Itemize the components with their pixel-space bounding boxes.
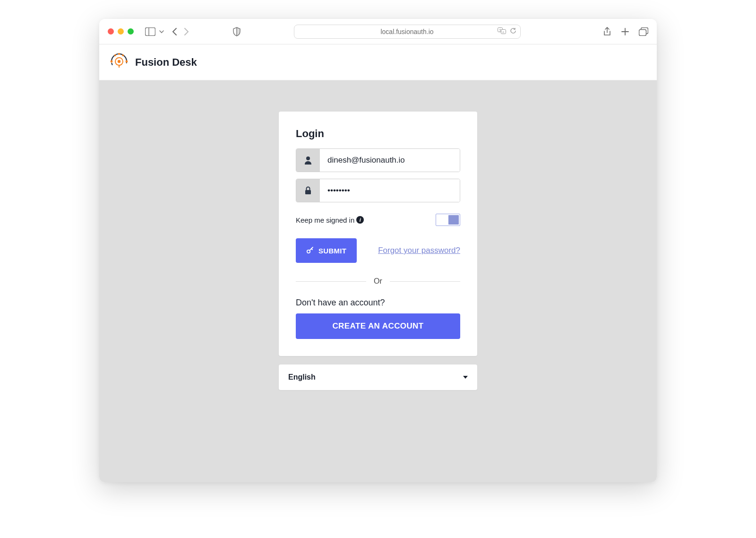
svg-point-11 — [122, 54, 124, 56]
brand-logo-icon — [109, 51, 129, 74]
svg-text:文: 文 — [499, 28, 502, 32]
lock-icon — [296, 179, 320, 202]
password-input[interactable] — [320, 179, 460, 202]
svg-point-13 — [118, 60, 120, 62]
toggle-knob — [448, 215, 459, 225]
share-icon[interactable] — [603, 27, 611, 36]
password-field-wrapper — [296, 179, 460, 202]
svg-point-8 — [111, 60, 113, 62]
svg-rect-7 — [639, 29, 646, 35]
reload-icon[interactable] — [510, 27, 516, 35]
privacy-shield-icon[interactable] — [232, 27, 241, 36]
keep-signed-in-toggle[interactable] — [436, 214, 460, 226]
svg-point-9 — [126, 60, 128, 62]
or-label: Or — [374, 277, 382, 286]
back-button[interactable] — [172, 27, 178, 36]
email-field-wrapper — [296, 148, 460, 172]
close-window-button[interactable] — [108, 28, 114, 35]
login-title: Login — [296, 128, 460, 140]
user-icon — [296, 149, 320, 172]
create-account-button[interactable]: CREATE AN ACCOUNT — [296, 313, 460, 339]
svg-text:A: A — [502, 31, 504, 34]
email-input[interactable] — [320, 149, 460, 172]
svg-point-15 — [306, 156, 310, 160]
divider-line-left — [296, 281, 366, 282]
maximize-window-button[interactable] — [128, 28, 134, 35]
address-bar[interactable]: local.fusionauth.io 文A — [294, 25, 521, 39]
minimize-window-button[interactable] — [118, 28, 124, 35]
forward-button[interactable] — [183, 27, 189, 36]
browser-window: local.fusionauth.io 文A — [99, 19, 657, 482]
or-divider: Or — [296, 277, 460, 286]
submit-label: SUBMIT — [318, 247, 346, 255]
language-select[interactable]: English — [279, 364, 477, 390]
address-text: local.fusionauth.io — [380, 28, 433, 35]
translate-icon[interactable]: 文A — [498, 27, 506, 35]
info-icon[interactable]: i — [356, 216, 364, 224]
sidebar-menu-chevron-icon[interactable] — [159, 29, 164, 34]
submit-button[interactable]: SUBMIT — [296, 238, 357, 263]
chevron-down-icon — [463, 376, 468, 379]
new-tab-icon[interactable] — [621, 27, 629, 36]
svg-rect-16 — [305, 190, 311, 194]
divider-line-right — [390, 281, 460, 282]
page-content: Login Keep me signed in i — [99, 80, 657, 482]
keep-signed-in-label: Keep me signed in — [296, 216, 354, 224]
svg-line-19 — [311, 249, 312, 250]
window-controls — [108, 28, 134, 35]
key-icon — [306, 246, 314, 255]
svg-point-12 — [118, 53, 120, 55]
browser-toolbar: local.fusionauth.io 文A — [99, 19, 657, 44]
tabs-overview-icon[interactable] — [639, 27, 648, 36]
app-header: Fusion Desk — [99, 44, 657, 80]
svg-point-10 — [114, 54, 116, 56]
login-card: Login Keep me signed in i — [279, 112, 477, 356]
forgot-password-link[interactable]: Forgot your password? — [378, 246, 460, 255]
svg-rect-0 — [146, 27, 155, 35]
brand-name: Fusion Desk — [135, 56, 197, 69]
language-selected: English — [288, 373, 316, 382]
sidebar-toggle-icon[interactable] — [145, 27, 155, 36]
no-account-label: Don't have an account? — [296, 298, 460, 308]
